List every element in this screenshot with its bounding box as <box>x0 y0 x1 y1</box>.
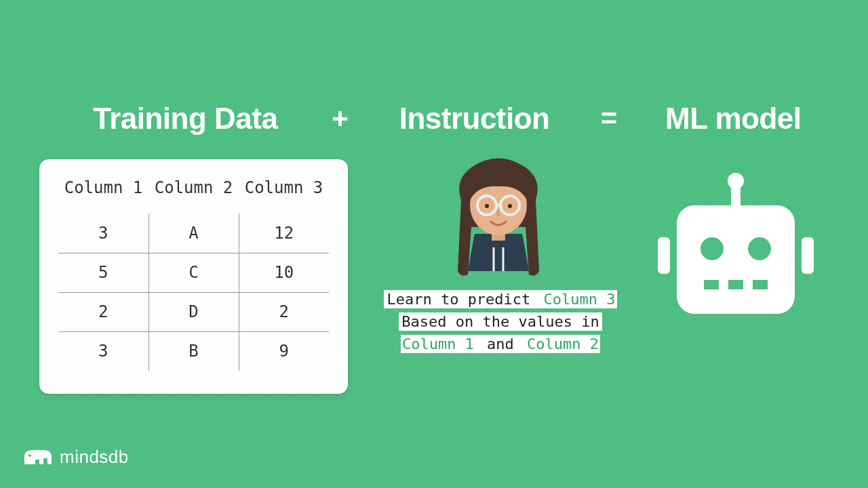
table-cell: A <box>149 214 239 253</box>
column-header: Column 1 <box>58 178 149 214</box>
table-cell: D <box>149 292 239 331</box>
table-cell: B <box>149 331 239 371</box>
table-cell: 9 <box>239 331 329 371</box>
svg-rect-15 <box>728 280 743 289</box>
svg-rect-11 <box>677 205 795 314</box>
table-cell: C <box>149 253 239 292</box>
svg-point-17 <box>28 454 31 457</box>
table-cell: 3 <box>58 331 149 371</box>
instruction-line2: Based on the values in <box>399 312 601 331</box>
svg-rect-8 <box>802 237 814 274</box>
heading-ml-model: ML model <box>639 102 827 136</box>
instruction-line3-and: and <box>475 335 526 353</box>
heading-instruction: Instruction <box>370 102 578 136</box>
training-data-table-card: Column 1 Column 2 Column 3 3 A 12 5 C 10… <box>39 159 348 394</box>
table-cell: 3 <box>58 214 149 253</box>
table-cell: 5 <box>58 253 149 292</box>
heading-equals: = <box>585 102 632 135</box>
instruction-line1-plain: Learn to predict <box>384 290 542 308</box>
svg-rect-7 <box>658 237 670 274</box>
table-header-row: Column 1 Column 2 Column 3 <box>58 178 329 214</box>
column-header: Column 3 <box>239 178 329 214</box>
table-cell: 12 <box>239 214 329 253</box>
instruction-line3-col1: Column 1 <box>401 335 475 353</box>
equation-heading: Training Data + Instruction = ML model <box>0 0 868 136</box>
heading-plus: + <box>317 102 363 135</box>
table-cell: 2 <box>58 292 149 331</box>
bear-logo-icon <box>23 447 53 468</box>
person-illustration <box>434 152 563 291</box>
instruction-text: Learn to predict Column 3 Based on the v… <box>378 288 623 355</box>
table-row: 3 B 9 <box>58 331 329 371</box>
table-row: 2 D 2 <box>58 292 329 331</box>
column-header: Column 2 <box>149 178 239 214</box>
robot-icon <box>658 173 814 325</box>
svg-point-13 <box>748 237 771 260</box>
brand-logo-text: mindsdb <box>60 447 129 468</box>
svg-point-5 <box>485 204 489 208</box>
svg-rect-14 <box>704 280 719 289</box>
table-row: 5 C 10 <box>58 253 329 292</box>
svg-point-12 <box>701 237 724 260</box>
heading-training-data: Training Data <box>61 102 310 136</box>
svg-point-6 <box>508 204 512 208</box>
brand-logo: mindsdb <box>23 447 129 468</box>
table-row: 3 A 12 <box>58 214 329 253</box>
svg-rect-16 <box>753 280 768 289</box>
instruction-line1-highlight: Column 3 <box>542 290 617 308</box>
svg-point-10 <box>728 173 744 189</box>
instruction-line3-col2: Column 2 <box>526 335 600 353</box>
table-cell: 2 <box>239 292 329 331</box>
training-data-table: Column 1 Column 2 Column 3 3 A 12 5 C 10… <box>58 178 329 371</box>
table-cell: 10 <box>239 253 329 292</box>
